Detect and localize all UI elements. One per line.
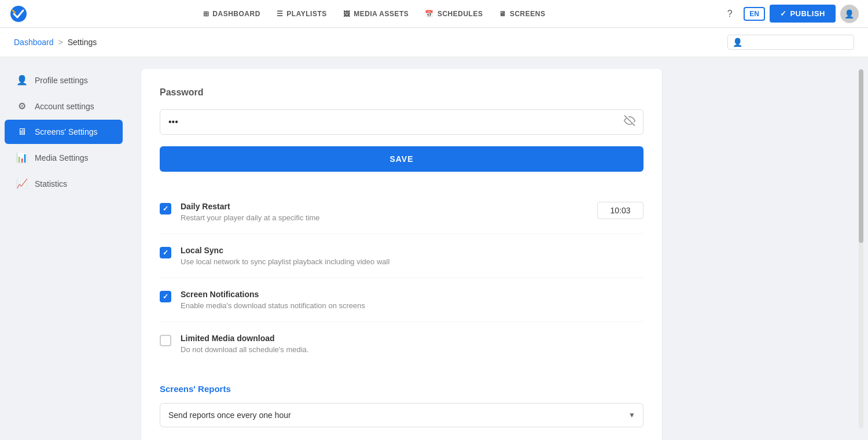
breadcrumb-search-input[interactable]	[745, 38, 849, 47]
screens-settings-icon: 🖥	[16, 127, 28, 137]
local-sync-checkbox-wrap	[160, 247, 171, 258]
local-sync-desc: Use local network to sync playlist playb…	[181, 257, 643, 266]
screen-notifications-desc: Enable media's download status notificat…	[181, 301, 643, 310]
password-title: Password	[160, 87, 643, 98]
scrollbar-thumb[interactable]	[859, 69, 863, 243]
nav-right: ? EN ✓ PUBLISH 👤	[720, 5, 859, 23]
nav-media-assets[interactable]: 🖼 MEDIA ASSETS	[336, 6, 416, 21]
limited-media-info: Limited Media download Do not download a…	[181, 334, 643, 354]
media-assets-icon: 🖼	[343, 10, 351, 18]
screen-notifications-info: Screen Notifications Enable media's down…	[181, 290, 643, 310]
sidebar-item-screens-settings[interactable]: 🖥 Screens' Settings	[5, 120, 123, 144]
limited-media-checkbox-wrap	[160, 335, 171, 346]
nav-links: ⊞ DASHBOARD ☰ PLAYLISTS 🖼 MEDIA ASSETS 📅…	[196, 6, 553, 21]
schedules-icon: 📅	[425, 10, 434, 18]
checkmark-icon: ✓	[780, 9, 787, 18]
limited-media-name: Limited Media download	[181, 334, 643, 343]
user-avatar-button[interactable]: 👤	[840, 5, 859, 23]
limited-media-desc: Do not download all schedule's media.	[181, 345, 643, 354]
playlists-icon: ☰	[277, 10, 284, 18]
nav-screens[interactable]: 🖥 SCREENS	[492, 6, 552, 21]
settings-options: Daily Restart Restart your player daily …	[160, 190, 643, 365]
sidebar-label-screens-settings: Screens' Settings	[35, 127, 98, 136]
breadcrumb-parent[interactable]: Dashboard	[14, 38, 54, 47]
profile-icon: 👤	[16, 75, 28, 86]
setting-row-limited-media: Limited Media download Do not download a…	[160, 322, 643, 365]
sidebar-item-account[interactable]: ⚙ Account settings	[5, 94, 123, 119]
publish-button[interactable]: ✓ PUBLISH	[770, 5, 836, 23]
nav-dashboard[interactable]: ⊞ DASHBOARD	[196, 6, 267, 21]
breadcrumb-current: Settings	[68, 38, 97, 47]
statistics-icon: 📈	[16, 178, 28, 189]
reports-section: Screens' Reports Send reports once every…	[160, 384, 643, 427]
daily-restart-name: Daily Restart	[181, 202, 588, 211]
password-input[interactable]	[160, 109, 643, 135]
language-button[interactable]: EN	[744, 7, 765, 21]
setting-row-local-sync: Local Sync Use local network to sync pla…	[160, 234, 643, 278]
scrollbar-track[interactable]	[859, 69, 863, 428]
top-nav: ⊞ DASHBOARD ☰ PLAYLISTS 🖼 MEDIA ASSETS 📅…	[0, 0, 868, 28]
reports-title: Screens' Reports	[160, 384, 643, 394]
svg-point-0	[10, 6, 27, 22]
breadcrumb: Dashboard > Settings	[14, 38, 97, 47]
limited-media-checkbox[interactable]	[160, 335, 171, 346]
sidebar-item-profile[interactable]: 👤 Profile settings	[5, 68, 123, 93]
screen-notifications-checkbox-wrap	[160, 291, 171, 302]
sidebar: 👤 Profile settings ⚙ Account settings 🖥 …	[0, 57, 127, 440]
save-button[interactable]: SAVE	[160, 146, 643, 172]
local-sync-name: Local Sync	[181, 246, 643, 255]
daily-restart-checkbox[interactable]	[160, 203, 171, 215]
password-section: Password SAVE	[160, 87, 643, 172]
sidebar-item-statistics[interactable]: 📈 Statistics	[5, 171, 123, 196]
logo	[9, 5, 28, 23]
daily-restart-checkbox-wrap	[160, 203, 171, 215]
logo-icon	[9, 5, 28, 23]
daily-restart-desc: Restart your player daily at a specific …	[181, 213, 588, 222]
sidebar-label-profile: Profile settings	[35, 76, 88, 85]
sidebar-label-media-settings: Media Settings	[35, 153, 89, 162]
breadcrumb-search-wrap: 👤	[727, 35, 854, 50]
setting-row-daily-restart: Daily Restart Restart your player daily …	[160, 190, 643, 234]
screens-icon: 🖥	[499, 10, 506, 18]
breadcrumb-separator: >	[58, 38, 63, 47]
dashboard-icon: ⊞	[203, 10, 209, 18]
breadcrumb-bar: Dashboard > Settings 👤	[0, 28, 868, 57]
nav-playlists[interactable]: ☰ PLAYLISTS	[270, 6, 334, 21]
user-icon: 👤	[844, 9, 854, 19]
sidebar-item-media-settings[interactable]: 📊 Media Settings	[5, 145, 123, 170]
local-sync-checkbox[interactable]	[160, 247, 171, 258]
media-settings-icon: 📊	[16, 152, 28, 163]
local-sync-info: Local Sync Use local network to sync pla…	[181, 246, 643, 266]
content-panel: Password SAVE	[141, 69, 662, 440]
nav-schedules[interactable]: 📅 SCHEDULES	[418, 6, 490, 21]
layout: 👤 Profile settings ⚙ Account settings 🖥 …	[0, 57, 868, 440]
main-content: Password SAVE	[127, 57, 868, 440]
sidebar-label-statistics: Statistics	[35, 179, 67, 188]
password-input-wrap	[160, 109, 643, 135]
screen-notifications-checkbox[interactable]	[160, 291, 171, 302]
help-button[interactable]: ?	[720, 5, 739, 23]
screen-notifications-name: Screen Notifications	[181, 290, 643, 299]
eye-icon[interactable]	[624, 115, 635, 130]
setting-row-screen-notifications: Screen Notifications Enable media's down…	[160, 278, 643, 322]
reports-select-wrap: Send reports once every one hour Send re…	[160, 403, 643, 427]
account-icon: ⚙	[16, 101, 28, 112]
daily-restart-info: Daily Restart Restart your player daily …	[181, 202, 588, 222]
daily-restart-time-input[interactable]	[597, 202, 643, 219]
reports-select[interactable]: Send reports once every one hour Send re…	[160, 403, 643, 427]
sidebar-label-account: Account settings	[35, 102, 94, 111]
user-search-icon: 👤	[733, 38, 742, 47]
